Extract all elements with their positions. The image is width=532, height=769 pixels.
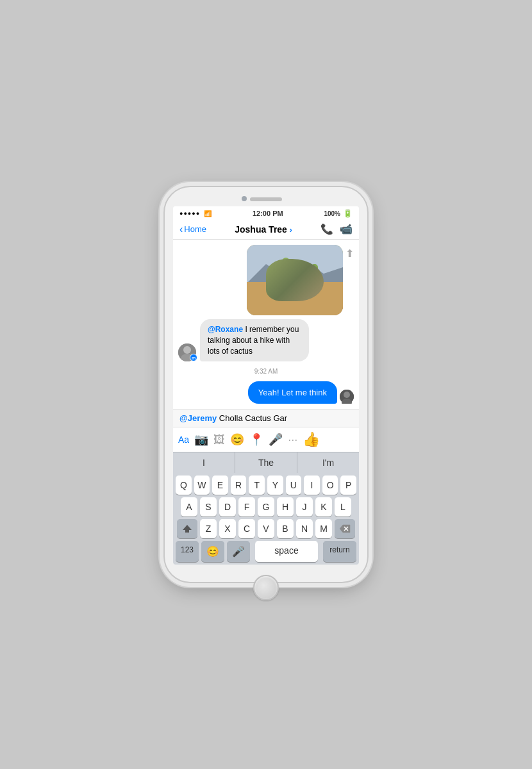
- keyboard-row-2: A S D F G H J K L: [176, 497, 356, 517]
- chat-area: ⬆ m: [173, 240, 359, 409]
- key-x[interactable]: X: [219, 519, 236, 538]
- chevron-left-icon: ‹: [179, 224, 183, 235]
- signal-area: ●●●●● 📶: [179, 210, 212, 217]
- keyboard-bottom-row: 123 😊 🎤 space return: [176, 541, 356, 562]
- svg-point-12: [183, 346, 191, 354]
- key-d[interactable]: D: [219, 497, 236, 517]
- microphone-icon[interactable]: 🎤: [269, 433, 283, 447]
- text-input-aa[interactable]: Aa: [178, 434, 189, 445]
- keyboard-row-3: Z X C V B N M: [176, 519, 356, 538]
- wifi-icon: 📶: [204, 210, 212, 217]
- status-time: 12:00 PM: [253, 210, 283, 217]
- key-w[interactable]: W: [194, 475, 210, 495]
- shift-key[interactable]: [177, 519, 197, 538]
- key-q[interactable]: Q: [176, 475, 192, 495]
- outgoing-bubble: Yeah! Let me think: [248, 381, 337, 404]
- back-label: Home: [184, 224, 206, 234]
- autocomplete-option-1[interactable]: I: [173, 452, 235, 473]
- key-c[interactable]: C: [238, 519, 255, 538]
- key-g[interactable]: G: [258, 497, 274, 517]
- key-h[interactable]: H: [277, 497, 294, 517]
- svg-marker-17: [183, 525, 192, 533]
- key-i[interactable]: I: [304, 475, 320, 495]
- photo-gallery-icon[interactable]: 🖼: [213, 433, 225, 447]
- return-key[interactable]: return: [323, 541, 356, 562]
- mention-bar[interactable]: @Jeremy Cholla Cactus Gar: [173, 409, 359, 427]
- outgoing-message: Yeah! Let me think: [178, 381, 354, 404]
- message-timestamp: 9:32 AM: [178, 368, 354, 375]
- svg-rect-8: [311, 264, 318, 293]
- key-l[interactable]: L: [335, 497, 351, 517]
- signal-dots: ●●●●●: [179, 210, 200, 217]
- incoming-bubble: @Roxane I remember you talking about a h…: [200, 319, 309, 361]
- svg-point-10: [302, 267, 304, 269]
- svg-rect-4: [276, 269, 290, 274]
- key-u[interactable]: U: [286, 475, 302, 495]
- svg-marker-18: [340, 525, 350, 533]
- key-emoji[interactable]: 😊: [201, 541, 224, 562]
- phone-frame: ●●●●● 📶 12:00 PM 100% 🔋 ‹ Home Joshua Tr…: [163, 186, 369, 583]
- keyboard: Q W E R T Y U I O P A S D F G: [173, 473, 359, 565]
- more-icon[interactable]: ···: [288, 433, 297, 447]
- autocomplete-option-3[interactable]: I'm: [297, 452, 359, 473]
- conversation-title[interactable]: Joshua Tree ›: [235, 224, 292, 235]
- autocomplete-bar: I The I'm: [173, 452, 359, 473]
- location-icon[interactable]: 📍: [249, 433, 263, 447]
- keyboard-row-1: Q W E R T Y U I O P: [176, 475, 356, 495]
- mention-suggestion-text: Cholla Cactus Gar: [219, 413, 287, 423]
- input-toolbar: Aa 📷 🖼 😊 📍 🎤 ··· 👍: [173, 427, 359, 452]
- svg-rect-7: [293, 270, 306, 276]
- status-bar: ●●●●● 📶 12:00 PM 100% 🔋: [173, 206, 359, 219]
- key-t[interactable]: T: [249, 475, 265, 495]
- key-k[interactable]: K: [315, 497, 332, 517]
- camera-icon[interactable]: 📷: [194, 433, 208, 447]
- cactus-photo[interactable]: [247, 245, 343, 315]
- key-mic[interactable]: 🎤: [227, 541, 250, 562]
- svg-rect-3: [282, 258, 290, 293]
- space-key[interactable]: space: [255, 541, 318, 562]
- key-z[interactable]: Z: [200, 519, 217, 538]
- sender-avatar-wrap: m: [178, 343, 196, 361]
- key-o[interactable]: O: [322, 475, 338, 495]
- nav-actions: 📞 📹: [320, 223, 353, 235]
- svg-point-15: [344, 392, 350, 398]
- key-y[interactable]: Y: [267, 475, 283, 495]
- key-123[interactable]: 123: [176, 541, 199, 562]
- outgoing-image-wrap: ⬆: [178, 245, 354, 315]
- phone-call-icon[interactable]: 📞: [320, 223, 333, 235]
- key-e[interactable]: E: [212, 475, 228, 495]
- key-a[interactable]: A: [181, 497, 197, 517]
- key-b[interactable]: B: [277, 519, 294, 538]
- svg-rect-2: [247, 282, 343, 315]
- incoming-message: m @Roxane I remember you talking about a…: [178, 319, 354, 361]
- front-camera: [242, 196, 247, 201]
- delete-key[interactable]: [335, 519, 355, 538]
- svg-rect-5: [269, 265, 277, 285]
- key-r[interactable]: R: [231, 475, 247, 495]
- title-chevron-icon: ›: [290, 226, 292, 235]
- svg-point-9: [285, 263, 287, 265]
- battery-percent: 100%: [324, 210, 340, 217]
- key-n[interactable]: N: [296, 519, 313, 538]
- home-button[interactable]: [253, 575, 279, 600]
- key-m[interactable]: M: [315, 519, 332, 538]
- phone-screen: ●●●●● 📶 12:00 PM 100% 🔋 ‹ Home Joshua Tr…: [173, 206, 359, 565]
- svg-rect-6: [298, 261, 307, 293]
- thumbs-up-button[interactable]: 👍: [303, 431, 320, 448]
- back-button[interactable]: ‹ Home: [179, 224, 206, 235]
- mention-roxane: @Roxane: [208, 325, 243, 334]
- video-call-icon[interactable]: 📹: [340, 223, 353, 235]
- emoji-icon[interactable]: 😊: [230, 433, 244, 447]
- key-p[interactable]: P: [340, 475, 356, 495]
- key-s[interactable]: S: [200, 497, 217, 517]
- share-icon[interactable]: ⬆: [345, 247, 354, 260]
- key-f[interactable]: F: [238, 497, 255, 517]
- battery-area: 100% 🔋: [324, 209, 353, 218]
- key-v[interactable]: V: [258, 519, 274, 538]
- autocomplete-option-2[interactable]: The: [235, 452, 297, 473]
- home-button-area: [253, 570, 279, 608]
- mention-jeremy: @Jeremy: [179, 413, 217, 423]
- key-j[interactable]: J: [296, 497, 313, 517]
- messenger-badge: m: [190, 354, 197, 361]
- phone-speaker: [250, 197, 282, 201]
